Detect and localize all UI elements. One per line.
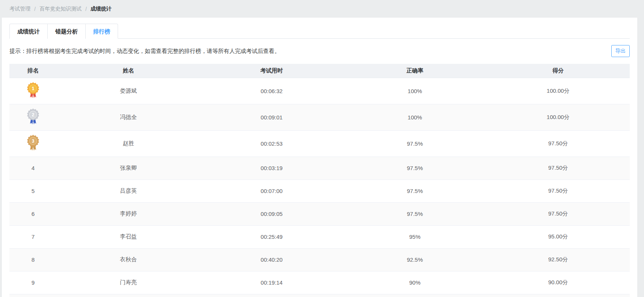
column-header-accuracy: 正确率 bbox=[343, 64, 486, 78]
name-cell: 门寿亮 bbox=[57, 271, 200, 294]
accuracy-cell: 97.5% bbox=[343, 130, 486, 157]
breadcrumb-item-score-statistics: 成绩统计 bbox=[91, 6, 112, 12]
tab-bar: 成绩统计 错题分析 排行榜 bbox=[9, 24, 630, 39]
table-header-row: 排名 姓名 考试用时 正确率 得分 bbox=[9, 64, 630, 78]
name-cell: 张泉卿 bbox=[57, 157, 200, 179]
table-row: 5 吕彦英 00:07:00 97.5% 97.50分 bbox=[9, 179, 630, 202]
leaderboard-table: 排名 姓名 考试用时 正确率 得分 1 娄源斌 00:06:32 100% 10… bbox=[9, 64, 630, 294]
gold-medal-icon: 1 bbox=[26, 82, 40, 100]
tab-wrong-question-analysis[interactable]: 错题分析 bbox=[48, 24, 86, 39]
breadcrumb-item-exam-management[interactable]: 考试管理 bbox=[9, 6, 30, 12]
rank-cell: 8 bbox=[9, 248, 57, 271]
score-cell: 97.50分 bbox=[486, 157, 630, 179]
name-cell: 吕彦英 bbox=[57, 179, 200, 202]
column-header-name: 姓名 bbox=[57, 64, 200, 78]
column-header-score: 得分 bbox=[486, 64, 630, 78]
score-cell: 100.00分 bbox=[486, 78, 630, 104]
name-cell: 衣秋合 bbox=[57, 248, 200, 271]
accuracy-cell: 100% bbox=[343, 78, 486, 104]
table-row: 7 李召益 00:25:49 95% 95.00分 bbox=[9, 225, 630, 248]
export-button[interactable]: 导出 bbox=[611, 45, 630, 57]
svg-text:2: 2 bbox=[32, 112, 35, 118]
silver-medal-icon: 2 bbox=[26, 108, 40, 126]
score-cell: 90.00分 bbox=[486, 271, 630, 294]
score-cell: 97.50分 bbox=[486, 202, 630, 225]
breadcrumb-item-exam-name[interactable]: 百年党史知识测试 bbox=[39, 6, 82, 12]
rank-cell: 6 bbox=[9, 202, 57, 225]
name-cell: 赵胜 bbox=[57, 130, 200, 157]
rank-cell: 5 bbox=[9, 179, 57, 202]
accuracy-cell: 97.5% bbox=[343, 179, 486, 202]
time-cell: 00:25:49 bbox=[200, 225, 343, 248]
leaderboard-tip-text: 提示：排行榜将根据考生完成考试的时间，动态变化，如需查看完整的排行榜，请等所有人… bbox=[9, 48, 280, 55]
time-cell: 00:02:53 bbox=[200, 130, 343, 157]
svg-text:3: 3 bbox=[32, 139, 35, 144]
accuracy-cell: 95% bbox=[343, 225, 486, 248]
accuracy-cell: 97.5% bbox=[343, 157, 486, 179]
table-row: 6 李婷婷 00:09:05 97.5% 97.50分 bbox=[9, 202, 630, 225]
name-cell: 李召益 bbox=[57, 225, 200, 248]
table-row: 4 张泉卿 00:03:19 97.5% 97.50分 bbox=[9, 157, 630, 179]
tip-row: 提示：排行榜将根据考生完成考试的时间，动态变化，如需查看完整的排行榜，请等所有人… bbox=[9, 39, 630, 64]
rank-cell: 2 bbox=[9, 104, 57, 130]
time-cell: 00:07:00 bbox=[200, 179, 343, 202]
tab-leaderboard[interactable]: 排行榜 bbox=[86, 24, 118, 39]
table-row: 1 娄源斌 00:06:32 100% 100.00分 bbox=[9, 78, 630, 104]
rank-cell: 7 bbox=[9, 225, 57, 248]
bronze-medal-icon: 3 bbox=[26, 134, 40, 152]
accuracy-cell: 92.5% bbox=[343, 248, 486, 271]
table-row: 8 衣秋合 00:40:20 92.5% 92.50分 bbox=[9, 248, 630, 271]
rank-cell: 4 bbox=[9, 157, 57, 179]
content-card: 成绩统计 错题分析 排行榜 提示：排行榜将根据考生完成考试的时间，动态变化，如需… bbox=[2, 18, 637, 297]
table-row: 3 赵胜 00:02:53 97.5% 97.50分 bbox=[9, 130, 630, 157]
accuracy-cell: 97.5% bbox=[343, 202, 486, 225]
accuracy-cell: 100% bbox=[343, 104, 486, 130]
score-cell: 92.50分 bbox=[486, 248, 630, 271]
tab-score-statistics[interactable]: 成绩统计 bbox=[9, 24, 48, 39]
time-cell: 00:03:19 bbox=[200, 157, 343, 179]
table-row: 2 冯德全 00:09:01 100% 100.00分 bbox=[9, 104, 630, 130]
score-cell: 95.00分 bbox=[486, 225, 630, 248]
time-cell: 00:40:20 bbox=[200, 248, 343, 271]
time-cell: 00:09:01 bbox=[200, 104, 343, 130]
accuracy-cell: 90% bbox=[343, 271, 486, 294]
next-row-partial bbox=[9, 294, 630, 297]
name-cell: 娄源斌 bbox=[57, 78, 200, 104]
column-header-rank: 排名 bbox=[9, 64, 57, 78]
name-cell: 冯德全 bbox=[57, 104, 200, 130]
table-row: 9 门寿亮 00:19:14 90% 90.00分 bbox=[9, 271, 630, 294]
time-cell: 00:09:05 bbox=[200, 202, 343, 225]
rank-cell: 9 bbox=[9, 271, 57, 294]
score-cell: 97.50分 bbox=[486, 179, 630, 202]
breadcrumb-separator: / bbox=[85, 6, 87, 12]
svg-text:1: 1 bbox=[32, 86, 35, 91]
time-cell: 00:06:32 bbox=[200, 78, 343, 104]
name-cell: 李婷婷 bbox=[57, 202, 200, 225]
breadcrumb: 考试管理 / 百年党史知识测试 / 成绩统计 bbox=[0, 0, 644, 18]
column-header-exam-duration: 考试用时 bbox=[200, 64, 343, 78]
breadcrumb-separator: / bbox=[34, 6, 36, 12]
rank-cell: 1 bbox=[9, 78, 57, 104]
score-cell: 100.00分 bbox=[486, 104, 630, 130]
score-cell: 97.50分 bbox=[486, 130, 630, 157]
rank-cell: 3 bbox=[9, 130, 57, 157]
time-cell: 00:19:14 bbox=[200, 271, 343, 294]
